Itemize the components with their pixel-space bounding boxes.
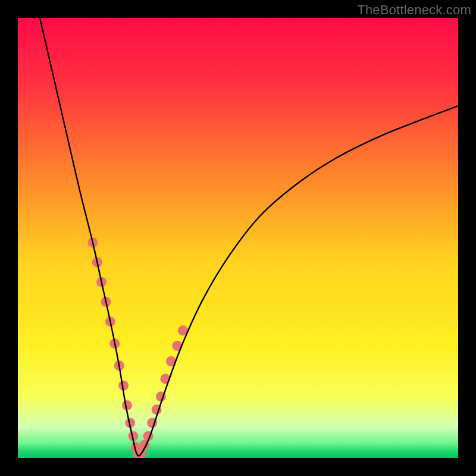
watermark-text: TheBottleneck.com xyxy=(357,2,471,18)
curve-layer xyxy=(18,18,458,458)
bottleneck-curve xyxy=(40,18,458,456)
plot-area xyxy=(18,18,458,458)
marker-dots-right xyxy=(136,325,188,458)
outer-frame: TheBottleneck.com xyxy=(0,0,476,476)
